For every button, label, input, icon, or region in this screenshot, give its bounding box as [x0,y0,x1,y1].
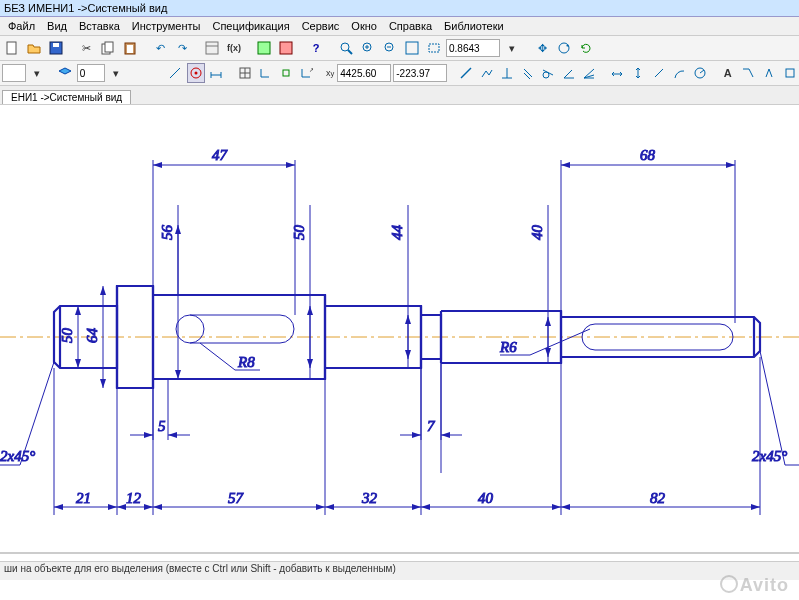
menu-help[interactable]: Справка [383,18,438,34]
tangent-icon[interactable] [539,63,558,83]
svg-rect-6 [127,45,133,53]
dropdown3-icon[interactable]: ▾ [107,63,126,83]
coord-y-input[interactable] [393,64,447,82]
text-icon[interactable]: A [719,63,738,83]
dim-label: R8 [237,354,255,370]
svg-rect-2 [53,43,59,47]
segment-icon[interactable] [457,63,476,83]
status-hint: ши на объекте для его выделения (вместе … [4,563,396,574]
svg-line-21 [170,68,180,78]
dim-label: 2x45° [752,448,787,464]
snap-icon[interactable] [187,63,206,83]
zoom-selection-icon[interactable] [424,38,444,58]
menu-tools[interactable]: Инструменты [126,18,207,34]
snap-endpoint-icon[interactable] [276,63,295,83]
dim-label: 50 [291,225,307,241]
dropdown2-icon[interactable]: ▾ [28,63,47,83]
svg-line-70 [200,343,235,370]
layer-index-input[interactable] [77,64,105,82]
menu-file[interactable]: Файл [2,18,41,34]
dim-label: 40 [529,225,545,241]
pan-icon[interactable]: ✥ [532,38,552,58]
cut-icon[interactable]: ✂ [76,38,96,58]
svg-line-12 [348,50,352,54]
horizontal-dim-icon[interactable] [608,63,627,83]
svg-point-23 [194,72,197,75]
parallel-icon[interactable] [518,63,537,83]
menu-view[interactable]: Вид [41,18,73,34]
svg-rect-0 [7,42,16,54]
menu-insert[interactable]: Вставка [73,18,126,34]
menu-window[interactable]: Окно [345,18,383,34]
svg-rect-19 [429,44,439,52]
ortho-icon[interactable] [256,63,275,83]
svg-rect-30 [283,70,289,76]
angle-line-icon[interactable] [560,63,579,83]
dropdown-icon[interactable]: ▾ [502,38,522,58]
drawing-canvas[interactable]: 47 68 50 64 56 50 44 40 R8 [0,105,799,575]
new-icon[interactable] [2,38,22,58]
save-icon[interactable] [46,38,66,58]
document-tab[interactable]: ЕНИ1 ->Системный вид [2,90,131,104]
dim-label: 50 [59,328,75,344]
zoom-fit-icon[interactable] [402,38,422,58]
roughness-icon[interactable] [760,63,779,83]
svg-point-11 [341,43,349,51]
toolbar-main: ✂ ↶ ↷ f(x) ? ▾ ✥ [0,36,799,61]
dim-label: 5 [158,418,166,434]
dim-label: 56 [159,225,175,241]
paste-icon[interactable] [120,38,140,58]
perpendicular-icon[interactable] [498,63,517,83]
menu-service[interactable]: Сервис [296,18,346,34]
svg-rect-18 [406,42,418,54]
menu-bar: Файл Вид Вставка Инструменты Спецификаци… [0,17,799,36]
zoom-input[interactable] [446,39,500,57]
library-icon[interactable] [276,38,296,58]
svg-rect-7 [206,42,218,54]
leader-icon[interactable] [739,63,758,83]
help-icon[interactable]: ? [306,38,326,58]
angular-dim-icon[interactable] [670,63,689,83]
refresh-icon[interactable] [576,38,596,58]
properties-icon[interactable] [202,38,222,58]
layers-icon[interactable] [56,63,75,83]
svg-rect-4 [105,42,113,52]
datum-icon[interactable] [780,63,799,83]
zoom-window-icon[interactable] [336,38,356,58]
open-icon[interactable] [24,38,44,58]
variables-icon[interactable] [254,38,274,58]
aligned-dim-icon[interactable] [649,63,668,83]
svg-rect-42 [786,69,794,77]
dim-label: 32 [361,490,378,506]
fx-icon[interactable]: f(x) [224,38,244,58]
watermark: Avito [720,575,789,596]
svg-line-32 [461,68,471,78]
coord-label-icon: xy [325,63,335,83]
radius-dim-icon[interactable] [690,63,709,83]
menu-spec[interactable]: Спецификация [206,18,295,34]
style-index-input[interactable] [2,64,26,82]
svg-line-41 [700,70,704,73]
dim-label: 40 [478,490,494,506]
polyline-icon[interactable] [477,63,496,83]
rotate-icon[interactable] [554,38,574,58]
vertical-dim-icon[interactable] [629,63,648,83]
coord-x-input[interactable] [337,64,391,82]
tab-bar: ЕНИ1 ->Системный вид [0,86,799,105]
zoom-in-icon[interactable] [358,38,378,58]
zoom-out-icon[interactable] [380,38,400,58]
toolbar-secondary: ▾ ▾ ↗ xy A [0,61,799,86]
line-icon[interactable] [166,63,185,83]
bisector-icon[interactable] [580,63,599,83]
menu-libs[interactable]: Библиотеки [438,18,510,34]
grid-icon[interactable] [235,63,254,83]
dimension-icon[interactable] [207,63,226,83]
redo-icon[interactable]: ↷ [172,38,192,58]
svg-text:↗: ↗ [309,67,313,73]
local-cs-icon[interactable]: ↗ [297,63,316,83]
dim-label: 7 [427,418,436,434]
copy-icon[interactable] [98,38,118,58]
svg-line-33 [524,69,532,77]
dim-label: 12 [126,490,142,506]
undo-icon[interactable]: ↶ [150,38,170,58]
